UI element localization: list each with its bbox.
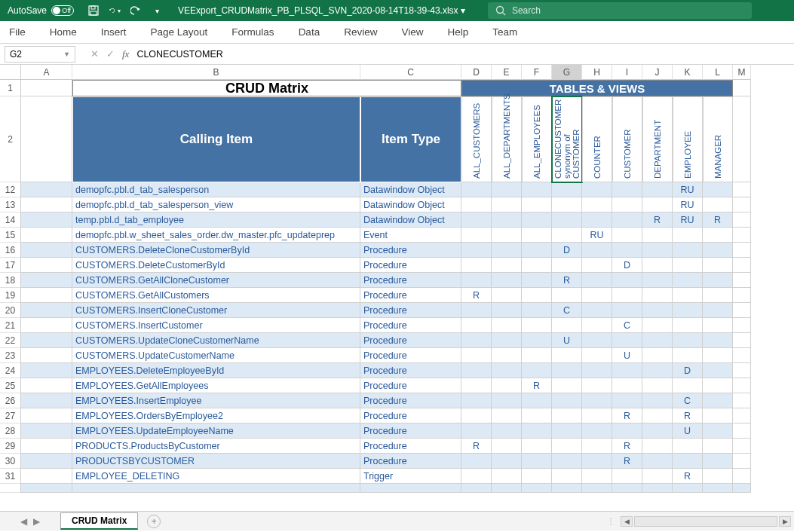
row-header-28[interactable]: 28	[0, 423, 21, 439]
cell-I28[interactable]	[612, 423, 642, 439]
col-header-M[interactable]: M	[733, 65, 751, 80]
cell-H26[interactable]	[582, 393, 612, 408]
cell-M15[interactable]	[733, 228, 751, 243]
cell-partial[interactable]	[673, 484, 703, 493]
cell-I30[interactable]: R	[612, 454, 642, 469]
cell-I22[interactable]	[612, 333, 642, 348]
table-header-7[interactable]: EMPLOYEE	[673, 96, 703, 182]
cell-M17[interactable]	[733, 258, 751, 273]
cell-K13[interactable]: RU	[673, 197, 703, 212]
table-header-2[interactable]: ALL_EMPLOYEES	[522, 96, 552, 182]
table-header-4[interactable]: COUNTER	[582, 96, 612, 182]
cell-H28[interactable]	[582, 423, 612, 439]
cell-B18[interactable]: CUSTOMERS.GetAllCloneCustomer	[72, 273, 360, 288]
cell-A12[interactable]	[21, 182, 72, 197]
cell-C14[interactable]: Datawindow Object	[360, 212, 461, 228]
scroll-split-icon[interactable]: ⋮	[607, 517, 615, 525]
cell-D30[interactable]	[461, 454, 492, 469]
cell-C23[interactable]: Procedure	[360, 348, 461, 363]
cell-E27[interactable]	[492, 408, 522, 423]
cell-J19[interactable]	[642, 288, 673, 303]
cell-partial[interactable]	[21, 484, 72, 493]
tab-pagelayout[interactable]: Page Layout	[151, 26, 208, 38]
cell-H17[interactable]	[582, 258, 612, 273]
cell-B14[interactable]: temp.pbl.d_tab_employee	[72, 212, 360, 228]
cell-D24[interactable]	[461, 363, 492, 378]
cell-A16[interactable]	[21, 243, 72, 258]
tab-data[interactable]: Data	[299, 26, 320, 38]
row-header-24[interactable]: 24	[0, 363, 21, 378]
cell-C18[interactable]: Procedure	[360, 273, 461, 288]
cell-M13[interactable]	[733, 197, 751, 212]
cell-B21[interactable]: CUSTOMERS.InsertCustomer	[72, 318, 360, 333]
cell-C25[interactable]: Procedure	[360, 378, 461, 393]
cell-B26[interactable]: EMPLOYEES.InsertEmployee	[72, 393, 360, 408]
cell-B13[interactable]: demopfc.pbl.d_tab_salesperson_view	[72, 197, 360, 212]
table-header-5[interactable]: CUSTOMER	[612, 96, 642, 182]
cell-L30[interactable]	[703, 454, 733, 469]
cell-A15[interactable]	[21, 228, 72, 243]
cell-C26[interactable]: Procedure	[360, 393, 461, 408]
cell-H12[interactable]	[582, 182, 612, 197]
cell-A13[interactable]	[21, 197, 72, 212]
tab-file[interactable]: File	[9, 26, 26, 38]
cell-H25[interactable]	[582, 378, 612, 393]
cell-B27[interactable]: EMPLOYEES.OrdersByEmployee2	[72, 408, 360, 423]
cell-H30[interactable]	[582, 454, 612, 469]
row-header-16[interactable]: 16	[0, 243, 21, 258]
redo-icon[interactable]	[130, 5, 142, 17]
cancel-icon[interactable]: ✕	[90, 48, 99, 60]
cell-partial[interactable]	[492, 484, 522, 493]
col-header-L[interactable]: L	[703, 65, 733, 80]
cell-F25[interactable]: R	[522, 378, 552, 393]
cell-A22[interactable]	[21, 333, 72, 348]
cell-K27[interactable]: R	[673, 408, 703, 423]
cell-I17[interactable]: D	[612, 258, 642, 273]
cell-M19[interactable]	[733, 288, 751, 303]
tab-view[interactable]: View	[401, 26, 423, 38]
cell-B20[interactable]: CUSTOMERS.InsertCloneCustomer	[72, 303, 360, 318]
cell-E15[interactable]	[492, 228, 522, 243]
cell-J15[interactable]	[642, 228, 673, 243]
cell-F12[interactable]	[522, 182, 552, 197]
cell-partial[interactable]	[733, 484, 751, 493]
cell-F31[interactable]	[522, 469, 552, 484]
cell-G18[interactable]: R	[552, 273, 582, 288]
cell-B30[interactable]: PRODUCTSBYCUSTOMER	[72, 454, 360, 469]
cell-J20[interactable]	[642, 303, 673, 318]
col-header-F[interactable]: F	[522, 65, 552, 80]
row-header-next[interactable]	[0, 484, 21, 493]
col-header-J[interactable]: J	[642, 65, 673, 80]
cell-M31[interactable]	[733, 469, 751, 484]
cell-J12[interactable]	[642, 182, 673, 197]
cell-J26[interactable]	[642, 393, 673, 408]
cell-F13[interactable]	[522, 197, 552, 212]
cell-B15[interactable]: demopfc.pbl.w_sheet_sales_order.dw_maste…	[72, 228, 360, 243]
cell-D19[interactable]: R	[461, 288, 492, 303]
cell-L19[interactable]	[703, 288, 733, 303]
cell-K29[interactable]	[673, 439, 703, 454]
cell-I25[interactable]	[612, 378, 642, 393]
cell-B29[interactable]: PRODUCTS.ProductsByCustomer	[72, 439, 360, 454]
cell-M2[interactable]	[733, 96, 751, 182]
cell-F29[interactable]	[522, 439, 552, 454]
cell-J24[interactable]	[642, 363, 673, 378]
cell-G25[interactable]	[552, 378, 582, 393]
cell-H19[interactable]	[582, 288, 612, 303]
cell-F30[interactable]	[522, 454, 552, 469]
cell-partial[interactable]	[642, 484, 673, 493]
cell-H14[interactable]	[582, 212, 612, 228]
cell-K18[interactable]	[673, 273, 703, 288]
cell-M21[interactable]	[733, 318, 751, 333]
cell-L24[interactable]	[703, 363, 733, 378]
table-header-6[interactable]: DEPARTMENT	[642, 96, 673, 182]
search-box[interactable]: Search	[488, 2, 752, 19]
tab-team[interactable]: Team	[492, 26, 517, 38]
cell-F23[interactable]	[522, 348, 552, 363]
cell-A26[interactable]	[21, 393, 72, 408]
cell-E28[interactable]	[492, 423, 522, 439]
cell-I13[interactable]	[612, 197, 642, 212]
cell-D20[interactable]	[461, 303, 492, 318]
cell-E24[interactable]	[492, 363, 522, 378]
cell-F15[interactable]	[522, 228, 552, 243]
